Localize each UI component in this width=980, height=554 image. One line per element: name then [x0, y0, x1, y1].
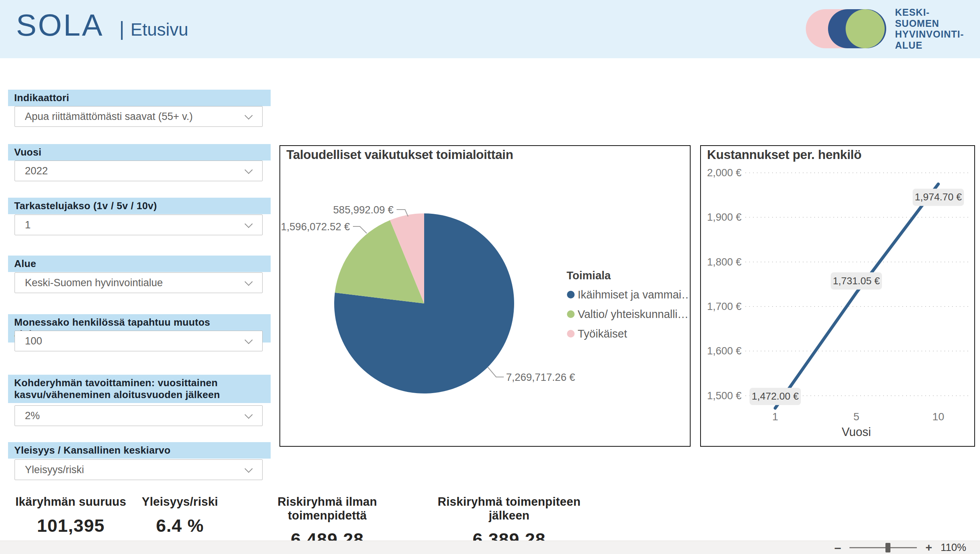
y-axis-tick-label: 2,000 € [707, 167, 742, 179]
filter-label-tarkastelujakso: Tarkastelujakso (1v / 5v / 10v) [8, 198, 271, 214]
y-axis-tick-label: 1,500 € [707, 390, 742, 402]
filter-label-kohderyhma: Kohderyhmän tavoittaminen: vuosittainen … [8, 375, 271, 403]
kpi-value: 6.4 % [134, 515, 226, 536]
y-axis-tick-label: 1,700 € [707, 301, 742, 312]
chevron-down-icon [245, 411, 253, 419]
filter-label-vuosi: Vuosi [8, 144, 271, 161]
legend-item[interactable]: Työikäiset [578, 328, 627, 340]
legend-item[interactable]: Ikäihmiset ja vammai… [578, 288, 688, 301]
pie-value-label: 7,269,717.26 € [506, 372, 575, 383]
org-logo-shapes-icon [806, 9, 885, 48]
legend-swatch-icon [567, 330, 575, 338]
legend-swatch-icon [567, 310, 575, 318]
y-axis-tick-label: 1,600 € [707, 345, 742, 357]
filter-value: 1 [25, 219, 31, 231]
org-logo-line: ALUE [895, 40, 964, 51]
kpi-label: Ikäryhmän suuruus [8, 495, 134, 509]
filter-value: Apua riittämättömästi saavat (55+ v.) [25, 111, 193, 123]
zoom-out-button[interactable]: – [835, 541, 841, 554]
pie-chart[interactable]: 7,269,717.26 €1,596,072.52 €585,992.09 €… [280, 146, 688, 444]
kpi-label: Riskiryhmä ilman toimenpidettä [237, 495, 417, 523]
pie-chart-panel: Taloudelliset vaikutukset toimialoittain… [279, 145, 691, 447]
filter-dropdown-monessako[interactable]: 100 [15, 331, 263, 351]
data-label: 1,974.70 € [915, 191, 962, 203]
dashboard-page: SOLA | Etusivu KESKI- SUOMEN HYVINVOINTI… [0, 0, 980, 554]
line-chart[interactable]: 2,000 €1,900 €1,800 €1,700 €1,600 €1,500… [701, 146, 973, 444]
x-axis-tick-label: 5 [853, 411, 859, 423]
filter-value: 100 [25, 335, 42, 347]
org-logo-line: HYVINVOINTI- [895, 29, 964, 40]
kpi-ikaryhman-suuruus: Ikäryhmän suuruus 101,395 [8, 495, 134, 536]
status-bar: – + 110% [0, 541, 980, 554]
filter-value: Keski-Suomen hyvinvointialue [25, 277, 163, 289]
zoom-in-button[interactable]: + [925, 542, 932, 553]
chevron-down-icon [245, 220, 253, 228]
x-axis-title: Vuosi [842, 425, 871, 439]
kpi-label: Riskiryhmä toimenpiteen jälkeen [417, 495, 601, 523]
legend-title: Toimiala [567, 269, 611, 282]
filter-label-alue: Alue [8, 256, 271, 272]
pie-value-label: 1,596,072.52 € [281, 221, 350, 233]
filter-dropdown-alue[interactable]: Keski-Suomen hyvinvointialue [15, 272, 263, 293]
chevron-down-icon [245, 336, 253, 344]
x-axis-tick-label: 10 [932, 411, 944, 423]
kpi-label: Yleisyys/riski [134, 495, 226, 509]
y-axis-tick-label: 1,900 € [707, 211, 742, 223]
org-logo-line: SUOMEN [895, 18, 964, 29]
pie-callout-line [488, 367, 504, 377]
pie-value-label: 585,992.09 € [333, 204, 394, 216]
zoom-slider[interactable] [849, 547, 917, 548]
pie-callout-line [353, 226, 367, 233]
x-axis-tick-label: 1 [772, 411, 778, 423]
kpi-yleisyys-riski: Yleisyys/riski 6.4 % [134, 495, 226, 536]
zoom-slider-handle[interactable] [885, 543, 890, 552]
zoom-control: – + 110% [835, 541, 966, 554]
legend-swatch-icon [567, 291, 575, 298]
brand-row: SOLA | Etusivu [16, 8, 188, 43]
org-logo-line: KESKI- [895, 7, 964, 18]
brand-divider: | [119, 17, 124, 40]
org-logo-text: KESKI- SUOMEN HYVINVOINTI- ALUE [895, 7, 964, 51]
legend-item[interactable]: Valtio/ yhteiskunnalli… [578, 308, 688, 320]
chevron-down-icon [245, 166, 253, 174]
chevron-down-icon [245, 465, 253, 473]
filter-label-indikaattori: Indikaattori [8, 90, 271, 106]
filter-dropdown-tarkastelujakso[interactable]: 1 [15, 215, 263, 235]
org-logo: KESKI- SUOMEN HYVINVOINTI- ALUE [806, 7, 964, 51]
filter-value: 2% [25, 410, 40, 422]
filter-dropdown-vuosi[interactable]: 2022 [15, 161, 263, 181]
filter-dropdown-indikaattori[interactable]: Apua riittämättömästi saavat (55+ v.) [15, 106, 263, 127]
zoom-level-label: 110% [941, 542, 966, 554]
filter-value: 2022 [25, 165, 48, 177]
data-label: 1,472.00 € [752, 390, 799, 402]
logo-green-circle-icon [846, 9, 885, 48]
chevron-down-icon [245, 111, 253, 120]
app-header: SOLA | Etusivu KESKI- SUOMEN HYVINVOINTI… [0, 0, 980, 58]
line-chart-panel: Kustannukset per. henkilö 2,000 €1,900 €… [700, 145, 975, 447]
filter-dropdown-yleisyys[interactable]: Yleisyys/riski [15, 459, 263, 480]
app-logo-text: SOLA [16, 8, 104, 43]
filter-dropdown-kohderyhma[interactable]: 2% [15, 405, 263, 426]
chevron-down-icon [245, 278, 253, 286]
page-title: Etusivu [131, 19, 188, 40]
kpi-value: 101,395 [8, 515, 134, 536]
filter-label-yleisyys: Yleisyys / Kansallinen keskiarvo [8, 442, 271, 459]
y-axis-tick-label: 1,800 € [707, 256, 742, 268]
filter-value: Yleisyys/riski [25, 464, 84, 476]
data-label: 1,731.05 € [833, 275, 880, 287]
